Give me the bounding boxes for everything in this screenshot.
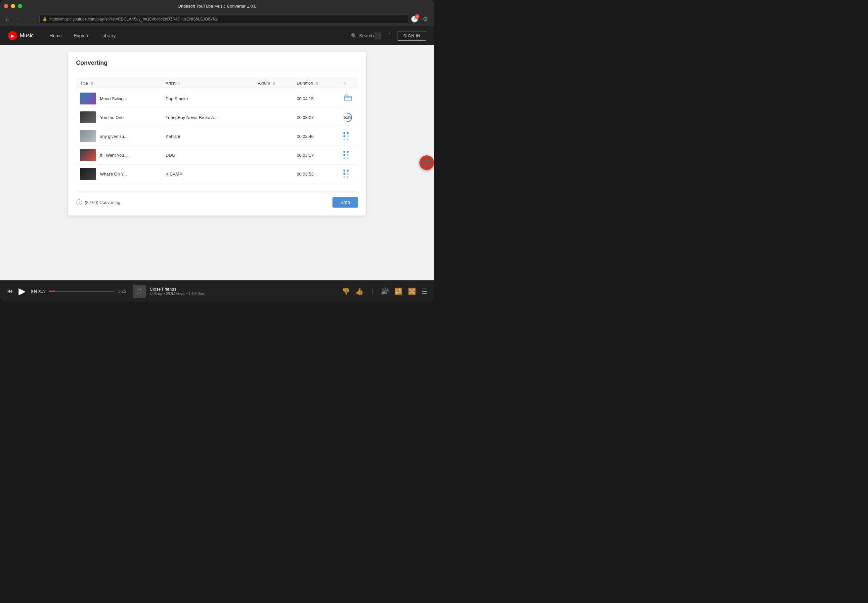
search-icon: 🔍 bbox=[351, 33, 356, 39]
track-4-status bbox=[338, 146, 358, 165]
repeat-button[interactable]: 🔁 bbox=[394, 287, 403, 295]
info-icon[interactable]: ℹ bbox=[76, 199, 82, 205]
stop-button[interactable]: Stop bbox=[332, 197, 358, 208]
more-options-icon[interactable]: ⋮ bbox=[386, 32, 392, 39]
now-playing-thumbnail: 🎵 bbox=[133, 284, 146, 298]
dot-2 bbox=[347, 132, 349, 134]
time-total: 3:25 bbox=[118, 289, 126, 294]
dot-3 bbox=[343, 135, 346, 137]
play-button[interactable]: ▶ bbox=[19, 286, 26, 297]
dot-5 bbox=[343, 157, 346, 159]
more-button[interactable]: ⋮ bbox=[369, 287, 375, 295]
floating-music-icon[interactable]: 🎵 bbox=[420, 155, 434, 170]
dot-5 bbox=[343, 139, 346, 141]
track-4-duration: 00:03:17 bbox=[293, 146, 338, 165]
dot-1 bbox=[343, 132, 346, 134]
track-3-thumbnail bbox=[80, 130, 96, 142]
cast-icon[interactable]: ⬛ bbox=[374, 32, 381, 39]
sort-album-icon: ⇅ bbox=[273, 82, 275, 85]
traffic-lights bbox=[4, 4, 22, 8]
table-row: What's On Y... K CAMP 00:03:53 bbox=[76, 165, 358, 184]
player-controls: ⏮ ▶ ⏭ bbox=[7, 286, 38, 297]
dot-3 bbox=[343, 154, 346, 156]
track-4-artist: DDG bbox=[162, 146, 254, 165]
minimize-button[interactable] bbox=[11, 4, 15, 8]
skip-forward-button[interactable]: ⏭ bbox=[31, 287, 38, 295]
like-button[interactable]: 👍 bbox=[355, 287, 364, 295]
home-button[interactable]: ⌂ bbox=[4, 14, 12, 24]
dot-6 bbox=[347, 157, 349, 159]
time-current: 0:19 bbox=[38, 289, 45, 294]
table-body: Mood Swing... Pop Smoke 00:04:15 bbox=[76, 89, 358, 184]
track-3-title-cell: any given su... bbox=[76, 127, 162, 146]
now-playing-info: Close Friends Lil Baby • 252M views • 1.… bbox=[150, 287, 205, 295]
dot-5 bbox=[343, 176, 346, 178]
progress-text: 51% bbox=[344, 116, 351, 119]
history-button[interactable]: 🕐 4 bbox=[411, 15, 418, 23]
track-3-album bbox=[254, 127, 293, 146]
window-title: Ondesoft YouTube Music Converter 1.0.0 bbox=[178, 4, 256, 9]
loading-dots bbox=[342, 170, 350, 178]
col-artist: Artist ⇅ bbox=[162, 77, 254, 89]
loading-dots bbox=[342, 132, 350, 141]
shuffle-button[interactable]: 🔀 bbox=[408, 287, 416, 295]
player-bar: ⏮ ▶ ⏭ 0:19 3:25 🎵 Close Friends Lil Baby… bbox=[0, 280, 434, 302]
settings-button[interactable]: ⚙ bbox=[421, 14, 430, 24]
now-playing-title: Close Friends bbox=[150, 287, 205, 292]
track-2-artist: YoungBoy Never Broke A... bbox=[162, 108, 254, 127]
yt-logo: ▶ Music bbox=[8, 31, 34, 40]
dislike-button[interactable]: 👎 bbox=[342, 287, 350, 295]
track-5-duration: 00:03:53 bbox=[293, 165, 338, 184]
track-3-name: any given su... bbox=[100, 134, 128, 139]
yt-logo-icon: ▶ bbox=[8, 31, 17, 40]
queue-button[interactable]: ☰ bbox=[422, 287, 427, 295]
track-5-title-cell: What's On Y... bbox=[76, 165, 162, 184]
done-icon[interactable] bbox=[344, 94, 352, 103]
app-window: Ondesoft YouTube Music Converter 1.0.0 ⌂… bbox=[0, 0, 434, 302]
track-2-name: You the One bbox=[100, 115, 124, 120]
track-1-name: Mood Swing... bbox=[100, 96, 127, 101]
address-text: https://music.youtube.com/playlist?list=… bbox=[49, 17, 218, 22]
track-4-thumbnail bbox=[80, 149, 96, 161]
sort-title-icon: ⇅ bbox=[91, 82, 93, 85]
maximize-button[interactable] bbox=[18, 4, 22, 8]
yt-nav: Home Explore Library bbox=[50, 33, 351, 39]
now-playing: 🎵 Close Friends Lil Baby • 252M views • … bbox=[133, 284, 205, 298]
close-button[interactable] bbox=[4, 4, 8, 8]
track-1-title-cell: Mood Swing... bbox=[76, 89, 162, 108]
track-5-thumbnail bbox=[80, 168, 96, 180]
dot-1 bbox=[343, 151, 346, 153]
table-row: Mood Swing... Pop Smoke 00:04:15 bbox=[76, 89, 358, 108]
track-5-name: What's On Y... bbox=[100, 172, 127, 176]
status-info: ℹ (2 / 60) Converting bbox=[76, 199, 120, 205]
nav-explore[interactable]: Explore bbox=[74, 33, 89, 39]
sort-action-icon: ⇅ bbox=[343, 82, 346, 85]
track-4-title-cell: If I Want You... bbox=[76, 146, 162, 165]
sign-in-button[interactable]: SIGN IN bbox=[398, 31, 426, 41]
yt-search[interactable]: 🔍 Search bbox=[351, 33, 374, 39]
dot-4 bbox=[347, 154, 349, 156]
nav-library[interactable]: Library bbox=[102, 33, 116, 39]
skip-back-button[interactable]: ⏮ bbox=[7, 287, 13, 295]
yt-header: ▶ Music Home Explore Library 🔍 Search ⬛ … bbox=[0, 26, 434, 45]
progress-bar-track[interactable] bbox=[49, 291, 115, 292]
volume-button[interactable]: 🔊 bbox=[381, 287, 389, 295]
browser-toolbar: ⌂ ← → 🔒 https://music.youtube.com/playli… bbox=[0, 12, 434, 26]
track-2-status: 51% bbox=[338, 108, 358, 127]
panel-title: Converting bbox=[76, 60, 358, 71]
nav-home[interactable]: Home bbox=[50, 33, 62, 39]
progress-area: 0:19 3:25 bbox=[38, 289, 126, 294]
yt-actions: ⬛ ⋮ SIGN IN bbox=[374, 31, 426, 41]
search-label: Search bbox=[359, 33, 374, 39]
sort-duration-icon: ⇅ bbox=[316, 82, 318, 85]
back-button[interactable]: ← bbox=[14, 14, 24, 24]
toolbar-right: 🕐 4 ⚙ bbox=[411, 14, 430, 24]
forward-button[interactable]: → bbox=[27, 14, 37, 24]
table-row: any given su... Kehlani 00:02:46 bbox=[76, 127, 358, 146]
track-3-status bbox=[338, 127, 358, 146]
address-bar[interactable]: 🔒 https://music.youtube.com/playlist?lis… bbox=[39, 14, 408, 24]
track-5-artist: K CAMP bbox=[162, 165, 254, 184]
converter-panel: Converting Title ⇅ Artist ⇅ Album bbox=[68, 51, 366, 215]
table-row: You the One YoungBoy Never Broke A... 00… bbox=[76, 108, 358, 127]
track-4-album bbox=[254, 146, 293, 165]
